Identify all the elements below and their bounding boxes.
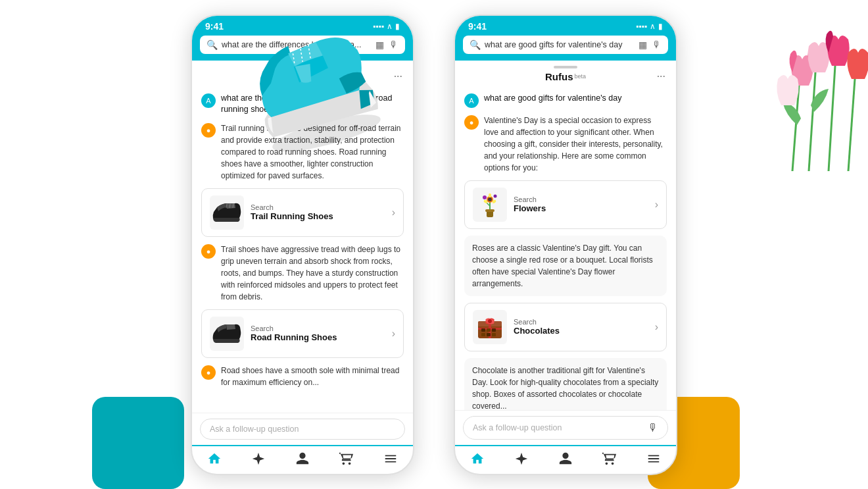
left-nav-menu[interactable] [383, 451, 398, 466]
right-user-msg-1: A what are good gifts for valentine's da… [464, 93, 667, 108]
right-flowers-chevron: › [655, 199, 658, 211]
left-follow-up-row[interactable]: Ask a follow-up question [200, 419, 405, 440]
right-search-actions: ▦ 🎙 [639, 39, 662, 50]
svg-rect-36 [487, 333, 491, 336]
left-user-avatar: A [201, 93, 216, 108]
right-search-text: what are good gifts for valentine's day [485, 40, 635, 49]
wifi-icon: ∧ [387, 22, 393, 31]
right-flowers-info: Search Flowers [514, 195, 648, 213]
svg-point-24 [494, 194, 497, 197]
search-icon: 🔍 [206, 39, 218, 50]
right-chocolates-info: Search Chocolates [514, 318, 648, 336]
left-product-card-road[interactable]: Search Road Running Shoes › [201, 309, 404, 358]
svg-line-6 [829, 66, 835, 171]
right-bottom-input: Ask a follow-up question 🎙 [455, 410, 676, 445]
svg-rect-33 [487, 328, 491, 332]
right-follow-up-placeholder: Ask a follow-up question [473, 423, 642, 432]
right-product-card-chocolates[interactable]: Search Chocolates › [464, 303, 667, 351]
left-search-actions: ▦ 🎙 [375, 39, 398, 50]
right-bot-text-1: Valentine's Day is a special occasion to… [484, 115, 667, 174]
right-time: 9:41 [468, 21, 487, 32]
right-product-card-flowers[interactable]: Search Flowers › [464, 180, 667, 229]
left-status-icons: ▪▪▪▪ ∧ ▮ [373, 22, 400, 31]
right-chocolates-img [473, 310, 507, 344]
left-bottom-input: Ask a follow-up question [192, 413, 413, 445]
right-search-icon: 🔍 [470, 39, 481, 50]
left-road-name: Road Running Shoes [251, 332, 385, 342]
tulip-decoration [763, 0, 868, 174]
right-nav-cart[interactable] [602, 451, 617, 466]
right-nav-sparkle[interactable] [514, 451, 529, 466]
left-trail-chevron: › [392, 207, 395, 219]
left-product-card-trail[interactable]: Search Trail Running Shoes › [201, 188, 404, 237]
camera-icon[interactable]: ▦ [375, 39, 384, 50]
svg-rect-32 [481, 328, 485, 332]
left-time: 9:41 [205, 21, 224, 32]
left-trail-info: Search Trail Running Shoes [251, 203, 385, 221]
left-bot-text-3: Road shoes have a smooth sole with minim… [221, 365, 404, 388]
right-nav-menu[interactable] [646, 451, 661, 466]
left-nav-cart[interactable] [339, 451, 354, 466]
right-chocolates-name: Chocolates [514, 326, 648, 336]
svg-line-7 [848, 79, 855, 171]
right-nav-home[interactable] [470, 451, 485, 466]
right-chat-area: A what are good gifts for valentine's da… [455, 88, 676, 410]
right-chocolates-search-label: Search [514, 318, 648, 326]
left-follow-up-placeholder: Ask a follow-up question [210, 425, 395, 434]
right-flowers-img [473, 188, 507, 222]
right-battery-icon: ▮ [658, 22, 663, 31]
left-nav-home[interactable] [207, 451, 222, 466]
right-follow-up-mic[interactable]: 🎙 [648, 422, 658, 434]
right-wifi-icon: ∧ [650, 22, 656, 31]
left-road-chevron: › [392, 328, 395, 340]
right-rufus-header: Rufusbeta ··· [455, 71, 676, 88]
left-nav-sparkle[interactable] [251, 451, 266, 466]
svg-line-5 [809, 72, 815, 171]
svg-point-23 [483, 195, 487, 199]
svg-point-20 [489, 193, 491, 197]
signal-icon: ▪▪▪▪ [373, 22, 384, 31]
right-bottom-nav [455, 445, 676, 474]
right-bot-avatar-1: ● [464, 115, 479, 130]
left-rufus-menu[interactable]: ··· [394, 70, 402, 82]
right-flowers-search-label: Search [514, 195, 648, 203]
right-phone: 9:41 ▪▪▪▪ ∧ ▮ 🔍 what are good gifts for … [454, 14, 677, 475]
svg-point-16 [488, 197, 492, 201]
svg-point-31 [488, 319, 492, 323]
right-flowers-name: Flowers [514, 203, 648, 213]
left-nav-person[interactable] [295, 451, 310, 466]
right-follow-up-row[interactable]: Ask a follow-up question 🎙 [463, 416, 668, 440]
svg-rect-12 [485, 209, 494, 212]
right-camera-icon[interactable]: ▦ [639, 39, 647, 50]
svg-rect-35 [481, 333, 485, 336]
right-search-input-row[interactable]: 🔍 what are good gifts for valentine's da… [463, 36, 668, 54]
right-rufus-beta: beta [574, 73, 586, 80]
svg-rect-34 [492, 328, 496, 332]
left-bot-avatar-1: ● [201, 123, 216, 138]
right-info-chocolates: Chocolate is another traditional gift fo… [464, 358, 667, 410]
right-info-roses: Roses are a classic Valentine's Day gift… [464, 236, 667, 296]
bg-teal-decoration [92, 397, 184, 489]
right-status-icons: ▪▪▪▪ ∧ ▮ [636, 22, 663, 31]
left-trail-shoe-img [210, 195, 244, 230]
left-bot-avatar-3: ● [201, 365, 216, 380]
right-bot-msg-1: ● Valentine's Day is a special occasion … [464, 115, 667, 174]
left-road-shoe-img [210, 317, 244, 351]
left-bot-msg-2: ● Trail shoes have aggressive tread with… [201, 244, 404, 303]
right-user-avatar: A [464, 93, 479, 108]
mic-icon[interactable]: 🎙 [389, 39, 398, 50]
left-trail-name: Trail Running Shoes [251, 211, 385, 221]
left-road-search-label: Search [251, 324, 385, 332]
right-nav-person[interactable] [558, 451, 573, 466]
battery-icon: ▮ [395, 22, 400, 31]
right-rufus-title: Rufus [545, 71, 573, 82]
left-bottom-nav [192, 445, 413, 474]
right-rufus-menu[interactable]: ··· [657, 70, 665, 82]
left-bot-avatar-2: ● [201, 244, 216, 259]
right-user-text-1: what are good gifts for valentine's day [484, 93, 621, 105]
left-bot-msg-3: ● Road shoes have a smooth sole with min… [201, 365, 404, 388]
right-status-bar: 9:41 ▪▪▪▪ ∧ ▮ [455, 16, 676, 36]
right-chocolates-chevron: › [655, 321, 658, 333]
right-signal-icon: ▪▪▪▪ [636, 22, 647, 31]
right-mic-icon[interactable]: 🎙 [652, 39, 662, 50]
